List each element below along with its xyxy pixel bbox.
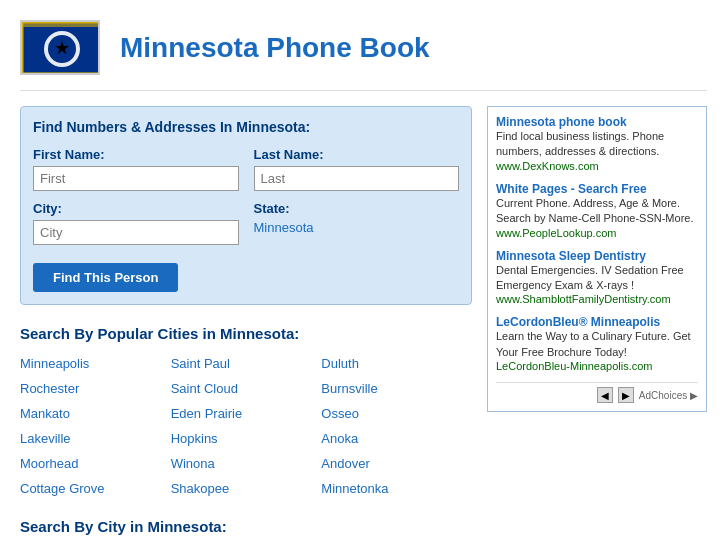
ad-box: Minnesota phone bookFind local business …: [487, 106, 707, 412]
state-group: State: Minnesota: [254, 201, 460, 245]
ad-title-link[interactable]: White Pages - Search Free: [496, 182, 698, 196]
ad-entry-4: LeCordonBleu® MinneapolisLearn the Way t…: [496, 315, 698, 372]
left-column: Find Numbers & Addresses In Minnesota: F…: [20, 106, 472, 545]
page-header: ★ Minnesota Phone Book: [20, 10, 707, 91]
city-link[interactable]: Shakopee: [171, 479, 322, 498]
search-by-city-title: Search By City in Minnesota:: [20, 518, 472, 535]
city-link[interactable]: Rochester: [20, 379, 171, 398]
ad-entry-3: Minnesota Sleep DentistryDental Emergenc…: [496, 249, 698, 306]
ad-url[interactable]: LeCordonBleu-Minneapolis.com: [496, 360, 698, 372]
city-link[interactable]: Andover: [321, 454, 472, 473]
city-link[interactable]: Anoka: [321, 429, 472, 448]
ad-title-link[interactable]: Minnesota Sleep Dentistry: [496, 249, 698, 263]
search-section: Find Numbers & Addresses In Minnesota: F…: [20, 106, 472, 305]
ad-description: Learn the Way to a Culinary Future. Get …: [496, 329, 698, 360]
ad-choices-label: AdChoices ▶: [639, 390, 698, 401]
svg-rect-6: [22, 72, 100, 75]
city-link[interactable]: Cottage Grove: [20, 479, 171, 498]
ad-description: Current Phone. Address, Age & More. Sear…: [496, 196, 698, 227]
location-row: City: State: Minnesota: [33, 201, 459, 245]
city-link[interactable]: Duluth: [321, 354, 472, 373]
ad-url[interactable]: www.DexKnows.com: [496, 160, 698, 172]
city-link[interactable]: Osseo: [321, 404, 472, 423]
city-link[interactable]: Eden Prairie: [171, 404, 322, 423]
ad-url[interactable]: www.PeopleLookup.com: [496, 227, 698, 239]
city-link[interactable]: Hopkins: [171, 429, 322, 448]
last-name-input[interactable]: [254, 166, 460, 191]
last-name-label: Last Name:: [254, 147, 460, 162]
city-link[interactable]: Moorhead: [20, 454, 171, 473]
main-content: Find Numbers & Addresses In Minnesota: F…: [20, 106, 707, 545]
state-flag: ★: [20, 20, 100, 75]
popular-cities-title: Search By Popular Cities in Minnesota:: [20, 325, 472, 342]
popular-cities-section: Search By Popular Cities in Minnesota: M…: [20, 325, 472, 498]
right-column: Minnesota phone bookFind local business …: [487, 106, 707, 545]
city-link[interactable]: Mankato: [20, 404, 171, 423]
ad-next-button[interactable]: ▶: [618, 387, 634, 403]
state-label: State:: [254, 201, 460, 216]
city-link[interactable]: Winona: [171, 454, 322, 473]
city-input[interactable]: [33, 220, 239, 245]
page-title: Minnesota Phone Book: [120, 32, 430, 64]
find-person-button[interactable]: Find This Person: [33, 263, 178, 292]
cities-grid: MinneapolisSaint PaulDuluthRochesterSain…: [20, 354, 472, 498]
svg-text:★: ★: [54, 38, 70, 58]
ad-title-link[interactable]: LeCordonBleu® Minneapolis: [496, 315, 698, 329]
ad-entry-1: Minnesota phone bookFind local business …: [496, 115, 698, 172]
ad-entry-2: White Pages - Search FreeCurrent Phone. …: [496, 182, 698, 239]
search-by-city-section: Search By City in Minnesota: A B C D E F…: [20, 518, 472, 545]
name-row: First Name: Last Name:: [33, 147, 459, 191]
search-section-title: Find Numbers & Addresses In Minnesota:: [33, 119, 459, 135]
ad-footer: ◀▶AdChoices ▶: [496, 382, 698, 403]
first-name-group: First Name:: [33, 147, 239, 191]
first-name-label: First Name:: [33, 147, 239, 162]
ad-prev-button[interactable]: ◀: [597, 387, 613, 403]
state-value: Minnesota: [254, 220, 460, 235]
city-link[interactable]: Minneapolis: [20, 354, 171, 373]
ad-url[interactable]: www.ShamblottFamilyDentistry.com: [496, 293, 698, 305]
city-link[interactable]: Minnetonka: [321, 479, 472, 498]
city-link[interactable]: Saint Paul: [171, 354, 322, 373]
ad-title-link[interactable]: Minnesota phone book: [496, 115, 698, 129]
city-group: City:: [33, 201, 239, 245]
first-name-input[interactable]: [33, 166, 239, 191]
last-name-group: Last Name:: [254, 147, 460, 191]
page-wrapper: ★ Minnesota Phone Book Find Numbers & Ad…: [0, 0, 727, 545]
svg-rect-5: [22, 22, 100, 27]
city-link[interactable]: Saint Cloud: [171, 379, 322, 398]
ad-description: Find local business listings. Phone numb…: [496, 129, 698, 160]
city-label: City:: [33, 201, 239, 216]
ad-description: Dental Emergencies. IV Sedation Free Eme…: [496, 263, 698, 294]
city-link[interactable]: Lakeville: [20, 429, 171, 448]
city-link[interactable]: Burnsville: [321, 379, 472, 398]
